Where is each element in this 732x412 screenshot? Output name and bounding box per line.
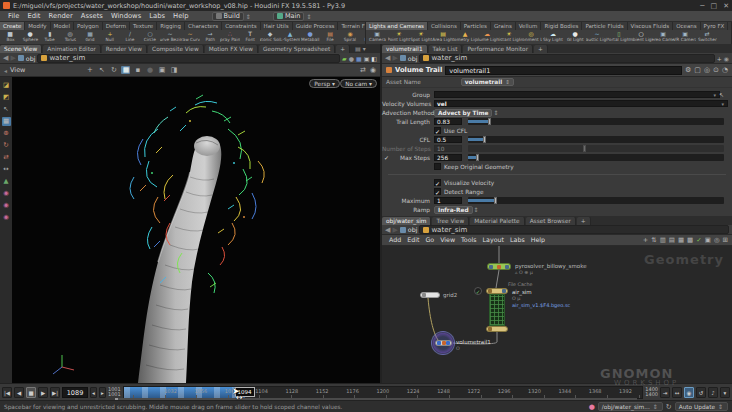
shelf-tool[interactable]: ☀ Distant Light: [498, 30, 520, 44]
handles-tool-icon[interactable]: ↔: [2, 165, 11, 174]
shelf-tool[interactable]: + Null: [100, 30, 120, 44]
shelf-tab[interactable]: Modify: [25, 22, 50, 30]
shelf-tab[interactable]: Texture: [130, 22, 157, 30]
perspective-selector[interactable]: Persp ▾: [309, 79, 340, 88]
scene-viewport[interactable]: ◪ ◩ ↖ ▦ ⊕ ↻ ⇄ ↔ ▲ ◉ ◉ ◉ Persp ▾ No cam ▾: [0, 77, 380, 383]
menu-item[interactable]: File: [4, 12, 23, 20]
view-layout-icon[interactable]: ◪: [2, 81, 11, 90]
audio-icon[interactable]: ♪: [708, 387, 718, 398]
path-node-field[interactable]: water_sim: [419, 54, 714, 63]
shelf-tab[interactable]: Model: [51, 22, 75, 30]
pin-pane-icon[interactable]: +: [717, 55, 722, 62]
shelf-tab[interactable]: Deform: [103, 22, 130, 30]
view-info-icon[interactable]: ◉: [370, 66, 376, 74]
play-forward-button[interactable]: ▶: [38, 387, 48, 398]
trail-length-slider[interactable]: [468, 118, 724, 125]
jump-to-start-button[interactable]: |◀: [2, 387, 12, 398]
minimize-button[interactable]: ─: [700, 2, 704, 10]
shelf-tool[interactable]: ☁ Volume Light: [476, 30, 498, 44]
shelf-tool[interactable]: ◎ Environment Light: [520, 30, 542, 44]
timeline-slider[interactable]: 1032105610801104112811521176120012241248…: [123, 386, 644, 399]
wrench-icon[interactable]: +: [643, 236, 648, 244]
back-arrow-icon[interactable]: ◀: [385, 226, 390, 234]
shelf-tool[interactable]: ◉ Spiral: [340, 30, 360, 44]
max-steps-slider[interactable]: [468, 154, 724, 161]
shelf-tab[interactable]: Rigid Bodies: [541, 22, 582, 30]
paint-tool-icon[interactable]: ◉: [2, 189, 11, 198]
shelf-tool[interactable]: ▲ Geometry Light: [454, 30, 476, 44]
shelf-tool[interactable]: / Line: [120, 30, 140, 44]
pane-tab[interactable]: Motion FX View: [205, 45, 258, 53]
path-root[interactable]: obj: [18, 55, 36, 62]
cfl-input[interactable]: 0.5: [434, 136, 462, 143]
shelf-tool[interactable]: ∴ Spray Paint: [220, 30, 240, 44]
node-flag[interactable]: [489, 265, 493, 269]
menu-item[interactable]: Edit: [23, 12, 44, 20]
shelf-tool[interactable]: ▯ Portal Light: [608, 30, 630, 44]
select-nodes-icon[interactable]: ▢: [694, 66, 701, 74]
velocity-volumes-input[interactable]: vel: [434, 100, 728, 107]
shelf-tool[interactable]: ☁ Sky Light: [542, 30, 564, 44]
take-spinner[interactable]: ⇕: [305, 13, 312, 20]
shelf-tool[interactable]: ~ Draw Curve: [180, 30, 200, 44]
max-steps-input[interactable]: 256: [434, 154, 462, 161]
range-start[interactable]: 1001 1001: [108, 387, 121, 398]
node-pyrosolver[interactable]: [487, 263, 511, 270]
gear-icon[interactable]: ⚙: [685, 66, 691, 74]
snap-point-icon[interactable]: ▪: [133, 66, 142, 74]
shelf-tool[interactable]: → Path: [200, 30, 220, 44]
dropdown-arrow-icon[interactable]: ▾: [713, 92, 716, 98]
cursor-tool-icon[interactable]: ↖: [97, 66, 106, 74]
shelf-tool[interactable]: ◆ Platonic Solids: [260, 30, 280, 44]
shade-mode-icon[interactable]: ▣: [157, 66, 166, 74]
pane-tab[interactable]: Animation Editor: [43, 45, 101, 53]
move-tool-icon[interactable]: ⊕: [2, 129, 11, 138]
shelf-tool[interactable]: ⇄ Switcher: [696, 30, 718, 44]
columns-icon[interactable]: ▥: [660, 236, 666, 244]
menu-item[interactable]: Windows: [107, 12, 145, 20]
maximize-button[interactable]: □: [711, 2, 718, 10]
desktop-spinner[interactable]: ⇕: [245, 13, 252, 20]
shelf-tab[interactable]: Terrain FX: [338, 22, 365, 30]
rotate-tool-icon[interactable]: ↻: [2, 141, 11, 150]
shelf-tab[interactable]: PDG: [728, 22, 731, 30]
menu-item[interactable]: Labs: [145, 12, 169, 20]
sculpt-tool-icon[interactable]: ◉: [2, 201, 11, 210]
back-arrow-icon[interactable]: ◀: [3, 54, 8, 62]
pane-split-icon[interactable]: ▤: [355, 45, 361, 52]
shelf-tool[interactable]: ☀ Point Light: [388, 30, 410, 44]
update-mode-selector[interactable]: Auto Update ⇕: [675, 402, 728, 411]
node-grid[interactable]: [420, 292, 440, 298]
shelf-tab[interactable]: Viscous Fluids: [628, 22, 674, 30]
node-flag[interactable]: [437, 341, 441, 345]
new-tab-icon[interactable]: ⊞: [723, 236, 728, 244]
linked-icon[interactable]: ▦: [356, 55, 362, 62]
desktop-selector[interactable]: Build: [212, 12, 244, 21]
shelf-tool[interactable]: ▣ VR Camera: [674, 30, 696, 44]
play-backward-button[interactable]: ◀: [14, 387, 24, 398]
path-node-field[interactable]: water_sim: [419, 225, 729, 234]
shelf-tab[interactable]: Particle Fluids: [582, 22, 627, 30]
shelf-tool[interactable]: ~ Curve Bezier: [160, 30, 180, 44]
view-snap-icon[interactable]: ◩: [2, 93, 11, 102]
shelf-tab[interactable]: Grains: [491, 22, 516, 30]
network-editor[interactable]: Geometry pyrosolver_billowy_smoke ▵ O ⊕ …: [382, 246, 732, 384]
scale-tool-icon[interactable]: ⇄: [2, 153, 11, 162]
grid-snap-icon[interactable]: ▦: [678, 236, 684, 244]
shelf-tool[interactable]: ▮ Tube: [40, 30, 60, 44]
pick-geometry-icon[interactable]: ↖: [719, 91, 724, 98]
pane-tab[interactable]: Take List: [429, 45, 463, 53]
select-tool-icon[interactable]: ↖: [2, 105, 11, 114]
node-volumetrail[interactable]: [435, 340, 452, 346]
pane-tab[interactable]: Geometry Spreadsheet: [259, 45, 335, 53]
pane-tab[interactable]: Tree View: [432, 217, 469, 225]
detect-range-checkbox[interactable]: [434, 188, 441, 195]
network-menu-item[interactable]: Go: [422, 236, 437, 243]
menu-item[interactable]: Render: [45, 12, 77, 20]
shelf-tool[interactable]: ◎ Torus: [60, 30, 80, 44]
snap-grid-icon[interactable]: ▦: [121, 66, 130, 74]
display-options-icon[interactable]: ◨: [169, 66, 178, 74]
export-range-icon[interactable]: ⇥: [660, 387, 670, 398]
trail-length-input[interactable]: 0.83: [434, 118, 462, 125]
loop-mode-icon[interactable]: ↺: [696, 387, 706, 398]
